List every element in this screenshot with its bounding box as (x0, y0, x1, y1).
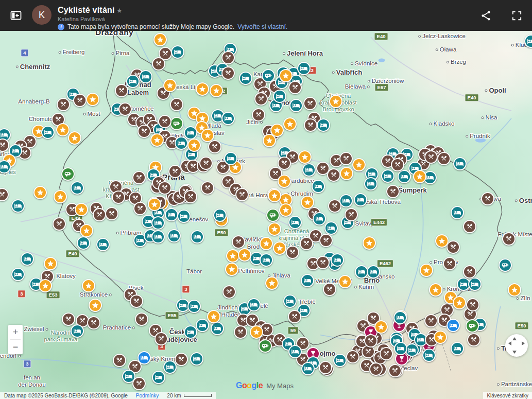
restaurant-marker[interactable] (158, 181, 171, 195)
lodging-marker[interactable] (297, 62, 311, 75)
restaurant-marker[interactable] (388, 364, 402, 377)
restaurant-marker[interactable] (447, 240, 460, 254)
restaurant-marker[interactable] (158, 115, 171, 128)
star-marker[interactable] (56, 123, 70, 136)
lodging-marker[interactable] (11, 199, 25, 213)
lodging-marker[interactable] (77, 236, 90, 250)
pan-left-icon[interactable] (508, 341, 511, 345)
lodging-marker[interactable] (221, 112, 235, 125)
restaurant-marker[interactable] (113, 354, 126, 367)
pan-down-icon[interactable] (512, 351, 517, 354)
star-marker[interactable] (352, 158, 366, 171)
star-marker[interactable] (283, 117, 297, 131)
star-marker[interactable] (54, 190, 67, 203)
lodging-marker[interactable] (524, 34, 532, 48)
restaurant-marker[interactable] (288, 310, 301, 323)
lodging-marker[interactable] (422, 349, 436, 362)
restaurant-marker[interactable] (319, 234, 333, 247)
star-marker[interactable] (163, 79, 177, 92)
restaurant-marker[interactable] (254, 92, 268, 106)
lodging-marker[interactable] (126, 75, 140, 88)
restaurant-marker[interactable] (235, 188, 249, 201)
lodging-marker[interactable] (152, 371, 165, 384)
star-marker[interactable] (420, 264, 433, 277)
lodging-marker[interactable] (151, 230, 165, 244)
restaurant-marker[interactable] (232, 235, 245, 249)
star-marker[interactable] (238, 248, 251, 262)
lodging-marker[interactable] (301, 274, 314, 287)
lodging-marker[interactable] (312, 180, 325, 193)
restaurant-marker[interactable] (152, 57, 165, 71)
restaurant-marker[interactable] (62, 313, 75, 326)
restaurant-marker[interactable] (339, 152, 353, 165)
pan-control[interactable] (505, 334, 528, 357)
lodging-marker[interactable] (71, 324, 84, 338)
star-marker[interactable] (265, 276, 279, 290)
lodging-marker[interactable] (313, 212, 326, 225)
restaurant-marker[interactable] (316, 256, 330, 269)
lodging-marker[interactable] (381, 169, 394, 183)
restaurant-marker[interactable] (112, 190, 125, 204)
fullscreen-icon[interactable] (511, 10, 523, 22)
restaurant-marker[interactable] (327, 168, 340, 182)
lodging-marker[interactable] (213, 209, 227, 222)
lodging-marker[interactable] (165, 208, 178, 221)
restaurant-marker[interactable] (288, 81, 302, 94)
lodging-marker[interactable] (324, 221, 338, 235)
star-marker[interactable] (434, 331, 447, 344)
lodging-marker[interactable] (191, 230, 204, 244)
restaurant-marker[interactable] (155, 332, 168, 345)
lodging-marker-blue[interactable] (447, 319, 460, 332)
restaurant-marker[interactable] (132, 377, 146, 390)
lodging-marker[interactable] (451, 342, 464, 355)
lodging-marker[interactable] (451, 206, 464, 219)
restaurant-marker[interactable] (93, 208, 106, 221)
lodging-marker[interactable] (239, 72, 252, 85)
side-panel-toggle-icon[interactable] (9, 9, 23, 22)
star-marker[interactable] (80, 224, 93, 237)
restaurant-marker[interactable] (57, 98, 70, 111)
lodging-marker[interactable] (302, 163, 316, 177)
lodging-marker[interactable] (0, 160, 11, 174)
lodging-marker[interactable] (167, 229, 181, 242)
restaurant-marker[interactable] (463, 265, 476, 279)
lodging-marker[interactable] (398, 170, 411, 183)
lodging-marker[interactable] (364, 177, 377, 190)
star-marker[interactable] (207, 310, 220, 323)
star-marker[interactable] (225, 263, 238, 276)
star-marker[interactable] (33, 186, 47, 199)
restaurant-marker[interactable] (303, 97, 317, 110)
camper-marker-green[interactable] (266, 209, 280, 222)
star-marker[interactable] (187, 138, 201, 152)
lodging-marker[interactable] (283, 294, 297, 308)
restaurant-marker[interactable] (328, 199, 341, 213)
star-marker[interactable] (340, 167, 353, 180)
star-marker[interactable] (298, 150, 312, 164)
restaurant-marker[interactable] (386, 185, 400, 198)
star-marker[interactable] (279, 69, 293, 82)
lodging-marker[interactable] (393, 311, 407, 324)
lodging-marker[interactable] (367, 265, 380, 279)
lodging-marker[interactable] (289, 99, 303, 112)
restaurant-marker[interactable] (323, 283, 336, 296)
restaurant-marker[interactable] (170, 98, 183, 111)
restaurant-marker[interactable] (424, 150, 438, 164)
camper-marker-green[interactable] (466, 319, 479, 333)
camper-marker-green[interactable] (259, 339, 272, 353)
lodging-marker[interactable] (175, 136, 188, 150)
restaurant-marker[interactable] (132, 171, 146, 184)
star-marker[interactable] (338, 275, 352, 288)
lodging-marker[interactable] (11, 268, 25, 281)
star-marker[interactable] (413, 170, 426, 183)
lodging-marker[interactable] (21, 252, 34, 266)
star-marker[interactable] (148, 198, 161, 211)
lodging-marker[interactable] (288, 216, 302, 229)
star-marker[interactable] (508, 283, 521, 297)
restaurant-marker[interactable] (319, 361, 332, 374)
star-marker[interactable] (268, 189, 281, 202)
star-marker[interactable] (273, 241, 286, 255)
star-marker[interactable] (39, 279, 52, 292)
star-marker[interactable] (196, 82, 209, 96)
restaurant-marker[interactable] (130, 294, 143, 308)
restaurant-marker[interactable] (424, 314, 438, 327)
